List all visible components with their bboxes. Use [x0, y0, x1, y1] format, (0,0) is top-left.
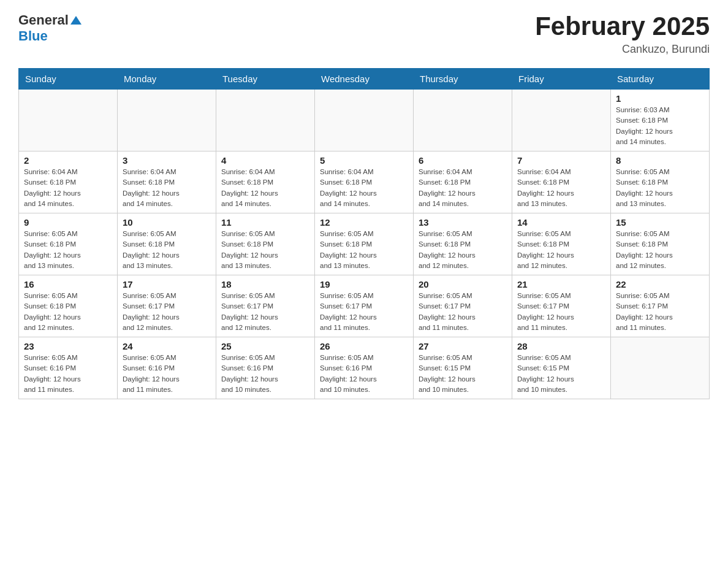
- table-row: 3Sunrise: 6:04 AM Sunset: 6:18 PM Daylig…: [118, 151, 216, 213]
- col-saturday: Saturday: [611, 69, 710, 90]
- day-info: Sunrise: 6:05 AM Sunset: 6:18 PM Dayligh…: [24, 229, 112, 271]
- table-row: [19, 90, 118, 151]
- day-number: 6: [419, 155, 507, 166]
- day-info: Sunrise: 6:05 AM Sunset: 6:18 PM Dayligh…: [221, 229, 309, 271]
- day-info: Sunrise: 6:05 AM Sunset: 6:18 PM Dayligh…: [320, 229, 408, 271]
- day-number: 12: [320, 217, 408, 228]
- table-row: 13Sunrise: 6:05 AM Sunset: 6:18 PM Dayli…: [414, 213, 512, 275]
- day-number: 19: [320, 279, 408, 289]
- col-monday: Monday: [118, 69, 216, 90]
- table-row: 23Sunrise: 6:05 AM Sunset: 6:16 PM Dayli…: [19, 337, 118, 399]
- logo-blue-text: Blue: [18, 28, 48, 44]
- table-row: 15Sunrise: 6:05 AM Sunset: 6:18 PM Dayli…: [611, 213, 710, 275]
- title-area: February 2025 Cankuzo, Burundi: [535, 12, 710, 56]
- table-row: 9Sunrise: 6:05 AM Sunset: 6:18 PM Daylig…: [19, 213, 118, 275]
- day-number: 27: [419, 341, 507, 351]
- day-info: Sunrise: 6:04 AM Sunset: 6:18 PM Dayligh…: [320, 167, 408, 209]
- day-info: Sunrise: 6:05 AM Sunset: 6:15 PM Dayligh…: [517, 353, 605, 395]
- day-number: 2: [24, 155, 112, 166]
- day-number: 9: [24, 217, 112, 228]
- page-header: General Blue February 2025 Cankuzo, Buru…: [18, 12, 710, 56]
- table-row: [118, 90, 216, 151]
- day-info: Sunrise: 6:05 AM Sunset: 6:17 PM Dayligh…: [123, 291, 211, 333]
- table-row: 16Sunrise: 6:05 AM Sunset: 6:18 PM Dayli…: [19, 275, 118, 337]
- col-wednesday: Wednesday: [315, 69, 414, 90]
- day-info: Sunrise: 6:05 AM Sunset: 6:18 PM Dayligh…: [616, 167, 704, 209]
- table-row: 14Sunrise: 6:05 AM Sunset: 6:18 PM Dayli…: [512, 213, 611, 275]
- table-row: 25Sunrise: 6:05 AM Sunset: 6:16 PM Dayli…: [216, 337, 315, 399]
- table-row: 10Sunrise: 6:05 AM Sunset: 6:18 PM Dayli…: [118, 213, 216, 275]
- day-info: Sunrise: 6:05 AM Sunset: 6:17 PM Dayligh…: [221, 291, 309, 333]
- day-number: 28: [517, 341, 605, 351]
- day-number: 1: [616, 93, 704, 104]
- table-row: [512, 90, 611, 151]
- day-info: Sunrise: 6:05 AM Sunset: 6:18 PM Dayligh…: [517, 229, 605, 271]
- day-info: Sunrise: 6:05 AM Sunset: 6:17 PM Dayligh…: [320, 291, 408, 333]
- day-number: 11: [221, 217, 309, 228]
- day-info: Sunrise: 6:04 AM Sunset: 6:18 PM Dayligh…: [123, 167, 211, 209]
- day-number: 16: [24, 279, 112, 289]
- day-number: 3: [123, 155, 211, 166]
- day-info: Sunrise: 6:04 AM Sunset: 6:18 PM Dayligh…: [221, 167, 309, 209]
- svg-marker-0: [70, 16, 82, 25]
- day-info: Sunrise: 6:04 AM Sunset: 6:18 PM Dayligh…: [419, 167, 507, 209]
- day-info: Sunrise: 6:04 AM Sunset: 6:18 PM Dayligh…: [517, 167, 605, 209]
- day-info: Sunrise: 6:04 AM Sunset: 6:18 PM Dayligh…: [24, 167, 112, 209]
- day-number: 14: [517, 217, 605, 228]
- table-row: 21Sunrise: 6:05 AM Sunset: 6:17 PM Dayli…: [512, 275, 611, 337]
- calendar-week-row: 9Sunrise: 6:05 AM Sunset: 6:18 PM Daylig…: [19, 213, 710, 275]
- table-row: [414, 90, 512, 151]
- table-row: 7Sunrise: 6:04 AM Sunset: 6:18 PM Daylig…: [512, 151, 611, 213]
- day-info: Sunrise: 6:03 AM Sunset: 6:18 PM Dayligh…: [616, 105, 704, 147]
- table-row: [216, 90, 315, 151]
- day-info: Sunrise: 6:05 AM Sunset: 6:18 PM Dayligh…: [123, 229, 211, 271]
- calendar-table: Sunday Monday Tuesday Wednesday Thursday…: [18, 68, 710, 399]
- logo-arrow-icon: [70, 15, 82, 28]
- day-number: 10: [123, 217, 211, 228]
- day-number: 7: [517, 155, 605, 166]
- day-number: 20: [419, 279, 507, 289]
- table-row: 20Sunrise: 6:05 AM Sunset: 6:17 PM Dayli…: [414, 275, 512, 337]
- day-info: Sunrise: 6:05 AM Sunset: 6:18 PM Dayligh…: [419, 229, 507, 271]
- table-row: 5Sunrise: 6:04 AM Sunset: 6:18 PM Daylig…: [315, 151, 414, 213]
- day-number: 22: [616, 279, 704, 289]
- day-info: Sunrise: 6:05 AM Sunset: 6:16 PM Dayligh…: [221, 353, 309, 395]
- table-row: 19Sunrise: 6:05 AM Sunset: 6:17 PM Dayli…: [315, 275, 414, 337]
- table-row: 12Sunrise: 6:05 AM Sunset: 6:18 PM Dayli…: [315, 213, 414, 275]
- day-info: Sunrise: 6:05 AM Sunset: 6:15 PM Dayligh…: [419, 353, 507, 395]
- col-tuesday: Tuesday: [216, 69, 315, 90]
- table-row: 18Sunrise: 6:05 AM Sunset: 6:17 PM Dayli…: [216, 275, 315, 337]
- table-row: 11Sunrise: 6:05 AM Sunset: 6:18 PM Dayli…: [216, 213, 315, 275]
- col-thursday: Thursday: [414, 69, 512, 90]
- day-info: Sunrise: 6:05 AM Sunset: 6:17 PM Dayligh…: [517, 291, 605, 333]
- day-number: 8: [616, 155, 704, 166]
- calendar-week-row: 2Sunrise: 6:04 AM Sunset: 6:18 PM Daylig…: [19, 151, 710, 213]
- day-number: 15: [616, 217, 704, 228]
- calendar-week-row: 1Sunrise: 6:03 AM Sunset: 6:18 PM Daylig…: [19, 90, 710, 151]
- day-info: Sunrise: 6:05 AM Sunset: 6:18 PM Dayligh…: [24, 291, 112, 333]
- calendar-week-row: 16Sunrise: 6:05 AM Sunset: 6:18 PM Dayli…: [19, 275, 710, 337]
- day-number: 17: [123, 279, 211, 289]
- calendar-header-row: Sunday Monday Tuesday Wednesday Thursday…: [19, 69, 710, 90]
- table-row: [611, 337, 710, 399]
- col-sunday: Sunday: [19, 69, 118, 90]
- table-row: 1Sunrise: 6:03 AM Sunset: 6:18 PM Daylig…: [611, 90, 710, 151]
- table-row: 28Sunrise: 6:05 AM Sunset: 6:15 PM Dayli…: [512, 337, 611, 399]
- day-info: Sunrise: 6:05 AM Sunset: 6:16 PM Dayligh…: [320, 353, 408, 395]
- day-number: 4: [221, 155, 309, 166]
- table-row: 22Sunrise: 6:05 AM Sunset: 6:17 PM Dayli…: [611, 275, 710, 337]
- day-number: 26: [320, 341, 408, 351]
- day-info: Sunrise: 6:05 AM Sunset: 6:16 PM Dayligh…: [24, 353, 112, 395]
- table-row: 24Sunrise: 6:05 AM Sunset: 6:16 PM Dayli…: [118, 337, 216, 399]
- day-number: 21: [517, 279, 605, 289]
- day-info: Sunrise: 6:05 AM Sunset: 6:18 PM Dayligh…: [616, 229, 704, 271]
- table-row: 4Sunrise: 6:04 AM Sunset: 6:18 PM Daylig…: [216, 151, 315, 213]
- month-title: February 2025: [535, 12, 710, 40]
- day-number: 18: [221, 279, 309, 289]
- table-row: [315, 90, 414, 151]
- table-row: 6Sunrise: 6:04 AM Sunset: 6:18 PM Daylig…: [414, 151, 512, 213]
- day-number: 13: [419, 217, 507, 228]
- table-row: 17Sunrise: 6:05 AM Sunset: 6:17 PM Dayli…: [118, 275, 216, 337]
- day-info: Sunrise: 6:05 AM Sunset: 6:17 PM Dayligh…: [616, 291, 704, 333]
- day-number: 5: [320, 155, 408, 166]
